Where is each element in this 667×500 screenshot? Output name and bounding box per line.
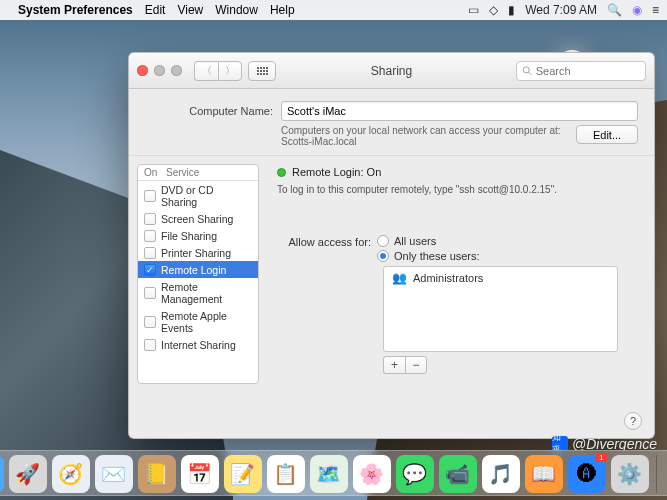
dock-trash[interactable]: 🗑️: [664, 455, 668, 493]
help-button[interactable]: ?: [624, 412, 642, 430]
airplay-icon[interactable]: ▭: [468, 3, 479, 17]
service-row-dvd-or-cd-sharing[interactable]: DVD or CD Sharing: [138, 181, 258, 210]
service-checkbox[interactable]: [144, 190, 156, 202]
status-indicator-icon: [277, 168, 286, 177]
badge: 1: [595, 453, 607, 462]
radio-only-these-users[interactable]: Only these users:: [377, 250, 480, 262]
close-button[interactable]: [137, 65, 148, 76]
dock-reminders[interactable]: 📋: [267, 455, 305, 493]
dock-separator: [656, 455, 657, 493]
computer-name-input[interactable]: [281, 101, 638, 121]
service-checkbox[interactable]: [144, 339, 156, 351]
back-button[interactable]: 〈: [194, 61, 218, 81]
service-label: Internet Sharing: [161, 339, 236, 351]
dock-contacts[interactable]: 📒: [138, 455, 176, 493]
titlebar: 〈 〉 Sharing: [129, 53, 654, 89]
service-row-internet-sharing[interactable]: Internet Sharing: [138, 336, 258, 353]
group-icon: 👥: [392, 271, 407, 285]
dock-messages[interactable]: 💬: [396, 455, 434, 493]
menu-help[interactable]: Help: [270, 3, 295, 17]
service-row-file-sharing[interactable]: File Sharing: [138, 227, 258, 244]
dock-maps[interactable]: 🗺️: [310, 455, 348, 493]
search-field[interactable]: [516, 61, 646, 81]
radio-icon: [377, 235, 389, 247]
os-icon[interactable]: ◇: [489, 3, 498, 17]
service-label: File Sharing: [161, 230, 217, 242]
forward-button[interactable]: 〉: [218, 61, 242, 81]
spotlight-icon[interactable]: 🔍: [607, 3, 622, 17]
user-name: Administrators: [413, 272, 483, 284]
services-list: On Service DVD or CD SharingScreen Shari…: [137, 164, 259, 384]
dock-itunes[interactable]: 🎵: [482, 455, 520, 493]
dock-launchpad[interactable]: 🚀: [9, 455, 47, 493]
menubar: System Preferences Edit View Window Help…: [0, 0, 667, 20]
service-checkbox[interactable]: [144, 287, 156, 299]
radio-icon: [377, 250, 389, 262]
computer-name-label: Computer Name:: [145, 105, 273, 117]
edit-hostname-button[interactable]: Edit...: [576, 125, 638, 144]
menu-edit[interactable]: Edit: [145, 3, 166, 17]
dock-appstore[interactable]: 🅐1: [568, 455, 606, 493]
siri-icon[interactable]: ◉: [632, 3, 642, 17]
service-row-screen-sharing[interactable]: Screen Sharing: [138, 210, 258, 227]
service-label: Printer Sharing: [161, 247, 231, 259]
add-user-button[interactable]: +: [383, 356, 405, 374]
dock: ☻🚀🧭✉️📒📅📝📋🗺️🌸💬📹🎵📖🅐1⚙️🗑️: [0, 450, 667, 496]
service-checkbox[interactable]: [144, 213, 156, 225]
search-icon: [522, 65, 532, 76]
col-service: Service: [166, 167, 199, 178]
menu-view[interactable]: View: [177, 3, 203, 17]
service-checkbox[interactable]: [144, 316, 156, 328]
remove-user-button[interactable]: −: [405, 356, 427, 374]
hostname-value: Scotts-iMac.local: [281, 136, 576, 147]
notifications-icon[interactable]: ≡: [652, 3, 659, 17]
users-list[interactable]: 👥 Administrators: [383, 266, 618, 352]
minimize-button[interactable]: [154, 65, 165, 76]
service-checkbox[interactable]: [144, 230, 156, 242]
dock-facetime[interactable]: 📹: [439, 455, 477, 493]
login-instructions: To log in to this computer remotely, typ…: [277, 184, 640, 195]
service-checkbox[interactable]: [144, 247, 156, 259]
dock-notes[interactable]: 📝: [224, 455, 262, 493]
menu-window[interactable]: Window: [215, 3, 258, 17]
dock-preferences[interactable]: ⚙️: [611, 455, 649, 493]
sharing-window: 〈 〉 Sharing Computer Name: Computers on …: [128, 52, 655, 439]
dock-finder[interactable]: ☻: [0, 455, 4, 493]
dock-safari[interactable]: 🧭: [52, 455, 90, 493]
svg-point-0: [523, 67, 529, 73]
col-on: On: [144, 167, 166, 178]
service-row-remote-login[interactable]: ✓Remote Login: [138, 261, 258, 278]
zoom-button[interactable]: [171, 65, 182, 76]
service-label: Screen Sharing: [161, 213, 233, 225]
access-label: Allow access for:: [277, 235, 371, 248]
dock-mail[interactable]: ✉️: [95, 455, 133, 493]
clock[interactable]: Wed 7:09 AM: [525, 3, 597, 17]
radio-all-users[interactable]: All users: [377, 235, 480, 247]
service-checkbox[interactable]: ✓: [144, 264, 156, 276]
computer-name-section: Computer Name: Computers on your local n…: [129, 89, 654, 156]
service-row-printer-sharing[interactable]: Printer Sharing: [138, 244, 258, 261]
status-text: Remote Login: On: [292, 166, 381, 178]
dock-calendar[interactable]: 📅: [181, 455, 219, 493]
battery-icon[interactable]: ▮: [508, 3, 515, 17]
hostname-hint: Computers on your local network can acce…: [281, 125, 576, 136]
service-row-remote-apple-events[interactable]: Remote Apple Events: [138, 307, 258, 336]
svg-line-1: [529, 72, 531, 74]
app-menu[interactable]: System Preferences: [18, 3, 133, 17]
service-label: DVD or CD Sharing: [161, 184, 252, 208]
search-input[interactable]: [536, 65, 640, 77]
service-label: Remote Apple Events: [161, 310, 252, 334]
show-all-button[interactable]: [248, 61, 276, 81]
service-row-remote-management[interactable]: Remote Management: [138, 278, 258, 307]
dock-photos[interactable]: 🌸: [353, 455, 391, 493]
service-label: Remote Management: [161, 281, 252, 305]
user-row[interactable]: 👥 Administrators: [384, 267, 617, 289]
service-label: Remote Login: [161, 264, 226, 276]
dock-ibooks[interactable]: 📖: [525, 455, 563, 493]
